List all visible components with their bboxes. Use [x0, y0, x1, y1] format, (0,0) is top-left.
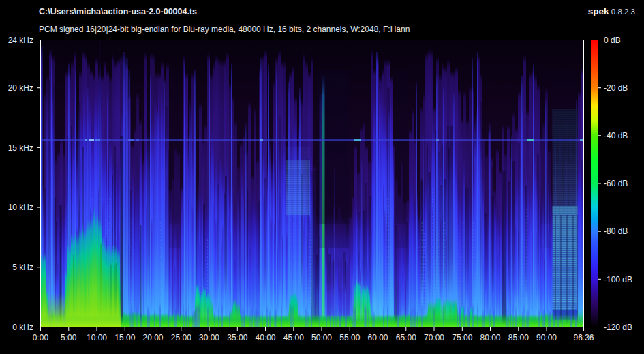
- svg-text:0 kHz: 0 kHz: [12, 323, 33, 332]
- svg-text:C:\Users\micha\action-usa-2.0-: C:\Users\micha\action-usa-2.0-00004.ts: [39, 7, 197, 16]
- svg-text:PCM signed 16|20|24-bit big-en: PCM signed 16|20|24-bit big-endian for B…: [39, 25, 410, 34]
- svg-text:20:00: 20:00: [142, 333, 163, 342]
- svg-text:50:00: 50:00: [311, 333, 332, 342]
- svg-text:15 kHz: 15 kHz: [8, 143, 33, 153]
- svg-text:-80 dB: -80 dB: [604, 226, 628, 236]
- svg-text:0:00: 0:00: [33, 333, 49, 342]
- svg-text:10 kHz: 10 kHz: [8, 203, 33, 212]
- svg-text:20 kHz: 20 kHz: [8, 83, 33, 93]
- svg-text:96:36: 96:36: [573, 333, 594, 342]
- svg-text:85:00: 85:00: [508, 333, 529, 342]
- svg-text:5:00: 5:00: [61, 333, 77, 342]
- svg-text:60:00: 60:00: [367, 333, 388, 342]
- svg-text:35:00: 35:00: [227, 333, 247, 342]
- svg-text:-40 dB: -40 dB: [604, 131, 628, 141]
- svg-text:30:00: 30:00: [199, 333, 219, 342]
- svg-text:-60 dB: -60 dB: [604, 179, 628, 188]
- svg-text:80:00: 80:00: [480, 333, 500, 342]
- svg-text:-20 dB: -20 dB: [604, 83, 628, 93]
- svg-text:spek 0.8.2.3: spek 0.8.2.3: [588, 6, 635, 16]
- svg-text:0 dB: 0 dB: [604, 35, 621, 45]
- svg-text:5 kHz: 5 kHz: [12, 263, 33, 272]
- svg-text:90:00: 90:00: [536, 333, 557, 342]
- svg-text:40:00: 40:00: [255, 333, 275, 342]
- svg-text:10:00: 10:00: [87, 333, 107, 342]
- svg-text:-120 dB: -120 dB: [604, 323, 632, 332]
- svg-text:55:00: 55:00: [339, 333, 360, 342]
- svg-text:75:00: 75:00: [452, 333, 472, 342]
- svg-text:-100 dB: -100 dB: [604, 275, 632, 284]
- svg-text:45:00: 45:00: [283, 333, 304, 342]
- svg-text:24 kHz: 24 kHz: [8, 35, 33, 45]
- svg-text:70:00: 70:00: [424, 333, 444, 342]
- svg-text:65:00: 65:00: [396, 333, 416, 342]
- svg-text:25:00: 25:00: [171, 333, 191, 342]
- svg-text:15:00: 15:00: [114, 333, 135, 342]
